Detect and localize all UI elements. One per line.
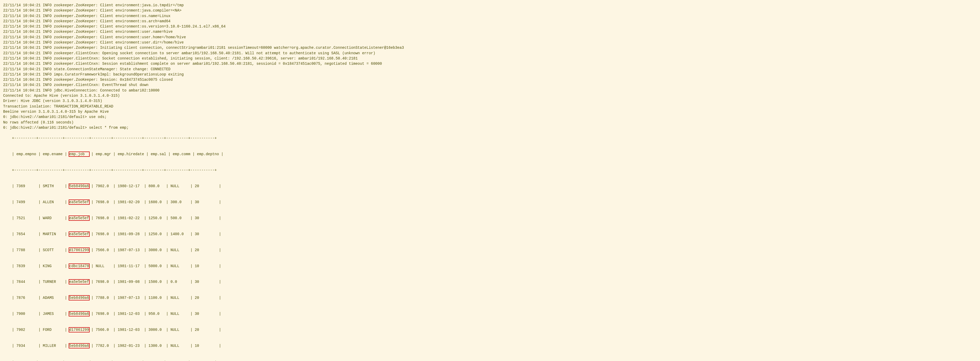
row-3: | 7521 | WARD | (12, 216, 69, 220)
row-8-job: 5eb8490a6 (69, 296, 89, 300)
row-4-job: ea5e5e5ef (69, 232, 89, 236)
row-6-job: cdbc18478 (69, 264, 89, 268)
query-result-table: +----------+-----------+-----------+----… (3, 130, 977, 361)
row-1: | 7369 | SMITH | (12, 184, 69, 188)
row-3-job: ea5e5e5ef (69, 216, 89, 220)
emp-job-header: emp.job (69, 152, 89, 156)
table-header-separator: +----------+-----------+-----------+----… (12, 168, 217, 172)
log-output: 22/11/14 10:04:21 INFO zookeeper.ZooKeep… (3, 3, 977, 130)
row-6: | 7839 | KING | (12, 264, 69, 268)
row-10-job: d17861299 (69, 328, 89, 332)
row-11: | 7934 | MILLER | (12, 344, 69, 348)
row-8: | 7876 | ADAMS | (12, 296, 69, 300)
row-7: | 7844 | TURNER | (12, 280, 69, 284)
table-header-row: | emp.empno | emp.ename | (12, 152, 69, 156)
row-1-job: 5eb8490a6 (69, 184, 89, 188)
table-header-rest: | emp.mgr | emp.hiredate | emp.sal | emp… (89, 152, 223, 156)
row-2-job: ea5e5e5ef (69, 200, 89, 204)
row-9: | 7900 | JAMES | (12, 312, 69, 316)
table-bottom-separator: +----------+-----------+-----------+----… (12, 360, 217, 361)
table-top-separator: +----------+-----------+-----------+----… (12, 136, 217, 140)
row-10: | 7902 | FORD | (12, 328, 69, 332)
row-2: | 7499 | ALLEN | (12, 200, 69, 204)
row-9-job: 5eb8490a6 (69, 312, 89, 316)
row-7-job: ea5e5e5ef (69, 280, 89, 284)
row-4: | 7654 | MARTIN | (12, 232, 69, 236)
row-5: | 7788 | SCOTT | (12, 248, 69, 252)
row-11-job: 5eb8490a6 (69, 344, 89, 348)
terminal-container: 22/11/14 10:04:21 INFO zookeeper.ZooKeep… (3, 3, 977, 361)
row-5-job: d17861299 (69, 248, 89, 252)
